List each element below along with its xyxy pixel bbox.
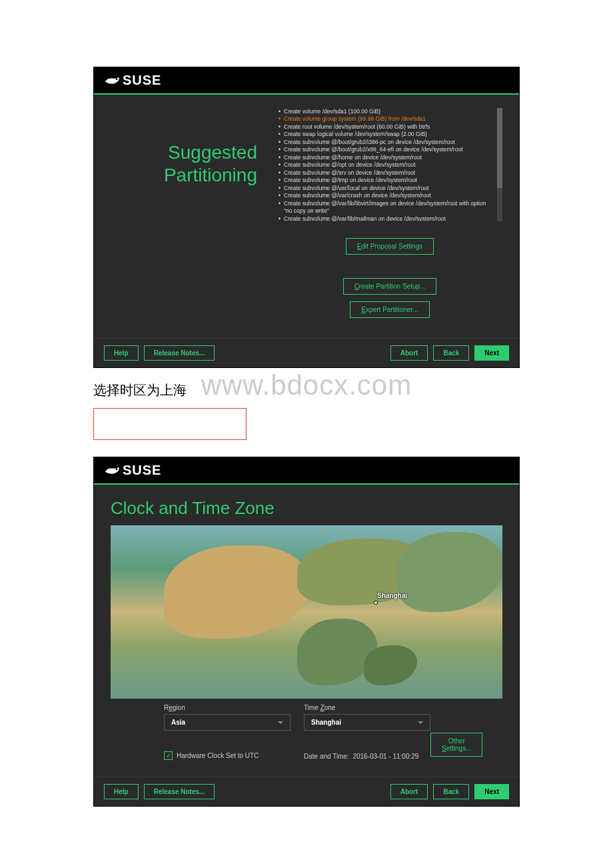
chevron-down-icon — [278, 721, 283, 724]
installer-window-clock: SUSE Clock and Time Zone Shanghai Region… — [93, 457, 520, 807]
watermark: www.bdocx.com — [93, 369, 520, 401]
brand-text: SUSE — [123, 463, 161, 478]
proposal-item: Create subvolume @/var/lib/libvirt/image… — [277, 200, 494, 215]
help-button[interactable]: Help — [104, 784, 139, 799]
page-title: Suggested Partitioning — [111, 108, 257, 321]
page-title: Clock and Time Zone — [111, 498, 502, 519]
chameleon-icon — [104, 465, 121, 477]
chevron-down-icon — [418, 721, 423, 724]
proposal-item: Create subvolume @/usr/local on device /… — [277, 185, 494, 192]
release-notes-button[interactable]: Release Notes... — [144, 784, 215, 799]
next-button[interactable]: Next — [474, 784, 509, 799]
expert-partitioner-button[interactable]: Expert Partitioner... — [350, 301, 429, 318]
window-header: SUSE — [94, 67, 519, 95]
annotation-box — [93, 408, 247, 440]
abort-button[interactable]: Abort — [390, 784, 428, 799]
back-button[interactable]: Back — [433, 784, 469, 799]
create-partition-button[interactable]: Create Partition Setup... — [343, 278, 437, 295]
timezone-dropdown[interactable]: Shanghai — [304, 714, 430, 731]
proposal-item: Create volume /dev/sda1 (100.00 GiB) — [277, 108, 494, 115]
proposal-panel: Create volume /dev/sda1 (100.00 GiB)Crea… — [277, 108, 502, 321]
region-dropdown[interactable]: Asia — [164, 714, 291, 731]
other-settings-button[interactable]: Other Settings... — [430, 733, 482, 757]
window-header: SUSE — [94, 457, 519, 485]
proposal-item: Create subvolume @/boot/grub2/i386-pc on… — [277, 139, 494, 146]
installer-window-partitioning: SUSE Suggested Partitioning Create volum… — [93, 67, 520, 368]
brand-text: SUSE — [123, 73, 161, 88]
timezone-map[interactable]: Shanghai — [111, 525, 502, 699]
proposal-list: Create volume /dev/sda1 (100.00 GiB)Crea… — [277, 108, 502, 221]
next-button[interactable]: Next — [474, 345, 509, 361]
proposal-item: Create subvolume @/var/crash on device /… — [277, 192, 494, 199]
datetime-display: Date and Time: 2016-03-01 - 11:00:29 — [304, 753, 430, 760]
proposal-item: Create subvolume @/srv on device /dev/sy… — [277, 169, 494, 177]
city-marker — [374, 601, 378, 605]
edit-proposal-button[interactable]: Edit Proposal Settings — [346, 238, 434, 255]
proposal-item: Create subvolume @/var/lib/mailman on de… — [277, 215, 494, 221]
partition-content: Suggested Partitioning Create volume /de… — [94, 95, 519, 338]
suse-logo: SUSE — [104, 73, 509, 88]
timezone-label: Time Zone — [304, 704, 430, 711]
proposal-item: Create root volume /dev/system/root (60.… — [277, 123, 494, 131]
scrollbar[interactable] — [497, 108, 502, 221]
help-button[interactable]: Help — [104, 345, 139, 361]
proposal-item: Create subvolume @/opt on device /dev/sy… — [277, 161, 494, 169]
chameleon-icon — [104, 75, 121, 87]
footer-bar: Help Release Notes... Abort Back Next — [94, 777, 519, 806]
hwclock-checkbox[interactable]: ✓ — [164, 751, 173, 760]
abort-button[interactable]: Abort — [390, 345, 428, 361]
proposal-item: Create volume group system (99.99 GiB) f… — [277, 115, 494, 123]
release-notes-button[interactable]: Release Notes... — [144, 345, 215, 361]
proposal-item: Create swap logical volume /dev/system/s… — [277, 131, 494, 138]
scroll-thumb[interactable] — [497, 108, 502, 188]
footer-bar: Help Release Notes... Abort Back Next — [94, 338, 519, 367]
proposal-item: Create subvolume @/tmp on device /dev/sy… — [277, 177, 494, 184]
proposal-item: Create subvolume @/home on device /dev/s… — [277, 154, 494, 161]
city-label: Shanghai — [377, 592, 407, 599]
clock-content: Clock and Time Zone Shanghai Region Asia — [94, 485, 519, 777]
region-label: Region — [164, 704, 291, 711]
suse-logo: SUSE — [104, 463, 509, 478]
proposal-item: Create subvolume @/boot/grub2/x86_64-efi… — [277, 146, 494, 153]
hwclock-label: Hardware Clock Set to UTC — [177, 752, 259, 759]
back-button[interactable]: Back — [433, 345, 469, 361]
